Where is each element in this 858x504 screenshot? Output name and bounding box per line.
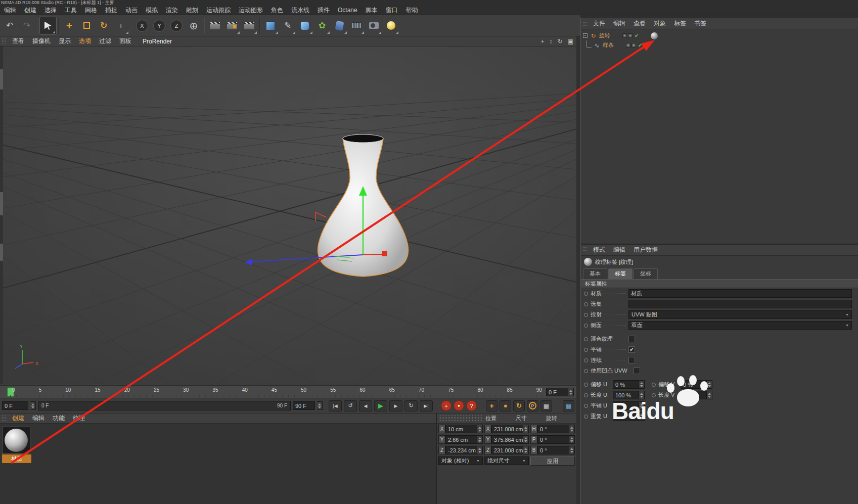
deformer-button[interactable] bbox=[331, 17, 348, 35]
add-cube-button[interactable] bbox=[262, 17, 279, 35]
pos-y-field[interactable]: 2.66 cm bbox=[445, 435, 477, 444]
spinner[interactable] bbox=[523, 435, 529, 444]
current-frame-field[interactable]: 0 F bbox=[546, 388, 568, 396]
subdivision-surface-button[interactable] bbox=[296, 17, 313, 35]
spinner[interactable] bbox=[569, 425, 575, 433]
vp-menu-panel[interactable]: 面板 bbox=[115, 37, 136, 45]
panel-grip-icon[interactable] bbox=[438, 415, 483, 422]
editor-visibility-toggle[interactable] bbox=[626, 43, 630, 48]
autokey-button[interactable]: ● bbox=[454, 400, 464, 411]
spinner[interactable] bbox=[569, 435, 575, 444]
offset-u-field[interactable]: 0 % bbox=[613, 380, 639, 389]
range-end-field[interactable]: 90 F bbox=[293, 401, 315, 410]
material-name[interactable]: 材质 bbox=[2, 454, 31, 463]
keyframe-dot-icon[interactable] bbox=[584, 313, 588, 317]
panel-grip-icon[interactable] bbox=[2, 38, 6, 44]
viewport-pan-icon[interactable]: + bbox=[541, 38, 545, 45]
keyframe-dot-icon[interactable] bbox=[584, 383, 588, 387]
key-position-button[interactable]: + bbox=[486, 400, 498, 411]
menu-mograph[interactable]: 运动图形 bbox=[235, 6, 267, 15]
tiles-u-field[interactable] bbox=[613, 401, 639, 410]
vp-menu-camera[interactable]: 摄像机 bbox=[28, 37, 55, 45]
redo-button[interactable]: ↷ bbox=[18, 17, 35, 35]
texture-tag-icon[interactable] bbox=[651, 32, 658, 39]
keyframe-dot-icon[interactable] bbox=[652, 383, 656, 387]
move-tool-button[interactable]: + bbox=[61, 17, 78, 35]
viewport-canvas[interactable]: Y X bbox=[3, 47, 576, 384]
material-tile[interactable]: 材质 bbox=[2, 427, 31, 463]
timeline-ruler[interactable]: 0 5 10 15 20 25 30 35 40 45 50 55 60 65 … bbox=[0, 385, 576, 398]
next-frame-button[interactable]: ▶ bbox=[389, 400, 402, 411]
size-y-field[interactable]: 375.864 cm bbox=[491, 435, 523, 444]
key-rotation-button[interactable]: ↻ bbox=[513, 400, 525, 411]
panel-splitter[interactable] bbox=[576, 36, 580, 504]
keyframe-dot-icon[interactable] bbox=[584, 302, 588, 306]
frame-range-slider[interactable]: 0 F 90 F bbox=[38, 401, 291, 410]
seamless-checkbox[interactable] bbox=[628, 357, 635, 363]
keyframe-help-button[interactable]: ? bbox=[466, 400, 477, 411]
live-selection-button[interactable] bbox=[39, 17, 57, 35]
menu-snap[interactable]: 捕捉 bbox=[101, 6, 121, 15]
goto-start-button[interactable]: |◀ bbox=[329, 400, 342, 411]
rot-h-field[interactable]: 0 ° bbox=[537, 425, 569, 433]
lock-x-axis-button[interactable]: X bbox=[133, 17, 151, 35]
viewport-zoom-icon[interactable]: ↕ bbox=[550, 38, 553, 45]
am-menu-userdata[interactable]: 用户数据 bbox=[629, 246, 662, 254]
om-menu-view[interactable]: 查看 bbox=[629, 19, 650, 28]
vp-menu-prorender[interactable]: ProRender bbox=[139, 38, 176, 45]
keyframe-dot-icon[interactable] bbox=[584, 292, 588, 296]
timeline-panel-button[interactable]: ▦ bbox=[563, 400, 574, 411]
spline-pen-button[interactable]: ✎ bbox=[279, 17, 296, 35]
tab-coordinates[interactable]: 坐标 bbox=[634, 268, 658, 279]
mix-textures-checkbox[interactable] bbox=[628, 336, 635, 342]
menu-animate[interactable]: 动画 bbox=[121, 6, 142, 15]
enabled-check-icon[interactable]: ✔ bbox=[638, 42, 642, 48]
vp-menu-view[interactable]: 查看 bbox=[8, 37, 28, 45]
length-v-field[interactable] bbox=[681, 391, 707, 399]
menu-simulate[interactable]: 模拟 bbox=[142, 6, 162, 15]
om-menu-bookmarks[interactable]: 书签 bbox=[690, 19, 710, 28]
material-thumbnail[interactable] bbox=[2, 427, 30, 454]
menu-render[interactable]: 渲染 bbox=[162, 6, 182, 15]
keyframe-dot-icon[interactable] bbox=[584, 324, 588, 328]
length-u-field[interactable]: 100 % bbox=[613, 391, 639, 399]
render-settings-button[interactable] bbox=[241, 17, 258, 35]
keyframe-dot-icon[interactable] bbox=[584, 404, 588, 408]
menu-character[interactable]: 角色 bbox=[267, 6, 287, 15]
repeat-u-field[interactable] bbox=[613, 412, 639, 421]
tab-basic[interactable]: 基本 bbox=[583, 268, 607, 279]
vp-menu-filter[interactable]: 过滤 bbox=[95, 37, 115, 45]
undo-button[interactable]: ↶ bbox=[1, 17, 18, 35]
viewport-maximize-icon[interactable]: ▣ bbox=[568, 38, 573, 45]
menu-motion-tracker[interactable]: 运动跟踪 bbox=[202, 6, 235, 15]
spinner[interactable] bbox=[477, 446, 483, 454]
rotate-tool-button[interactable]: ↻ bbox=[95, 17, 112, 35]
mm-menu-function[interactable]: 功能 bbox=[49, 414, 69, 423]
previous-key-button[interactable]: ↺ bbox=[344, 400, 357, 411]
mm-menu-edit[interactable]: 编辑 bbox=[28, 414, 49, 423]
keyframe-dot-icon[interactable] bbox=[584, 348, 588, 352]
material-link-field[interactable]: 材质 bbox=[628, 289, 852, 298]
enabled-check-icon[interactable]: ✔ bbox=[635, 33, 639, 38]
render-picture-viewer-button[interactable] bbox=[223, 17, 241, 35]
menu-edit[interactable]: 编辑 bbox=[0, 6, 20, 15]
coord-mode-dropdown[interactable]: 对象 (相对)▼ bbox=[438, 456, 483, 465]
panel-grip-icon[interactable] bbox=[2, 415, 6, 422]
spinner[interactable] bbox=[523, 446, 529, 454]
expand-toggle-icon[interactable]: − bbox=[583, 33, 588, 38]
frame-spinner[interactable] bbox=[568, 388, 574, 396]
spinner[interactable] bbox=[639, 401, 645, 410]
menu-create[interactable]: 创建 bbox=[20, 6, 40, 15]
coordinate-system-button[interactable]: ⊕ bbox=[185, 17, 202, 35]
range-start-spinner[interactable] bbox=[30, 401, 36, 410]
am-menu-mode[interactable]: 模式 bbox=[589, 246, 609, 254]
om-menu-file[interactable]: 文件 bbox=[589, 19, 609, 28]
goto-end-button[interactable]: ▶| bbox=[420, 400, 433, 411]
object-name[interactable]: 样条 bbox=[603, 41, 626, 49]
play-button[interactable]: ▶ bbox=[374, 400, 387, 411]
keyframe-dot-icon[interactable] bbox=[584, 358, 588, 362]
record-keyframe-button[interactable]: + bbox=[441, 400, 451, 411]
spinner[interactable] bbox=[477, 435, 483, 444]
menu-window[interactable]: 窗口 bbox=[382, 6, 402, 15]
spinner[interactable] bbox=[569, 446, 575, 454]
